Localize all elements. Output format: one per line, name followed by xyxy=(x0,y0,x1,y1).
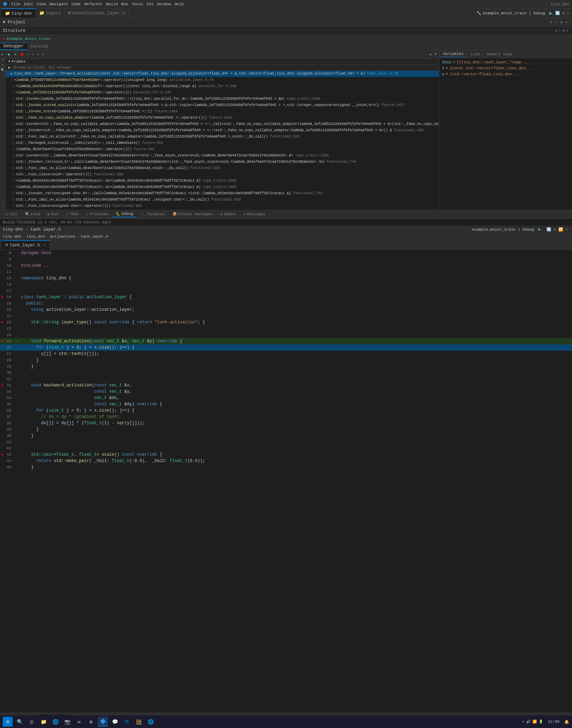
debug-tab-bottom[interactable]: 🐛 Debug xyxy=(112,211,137,217)
chat-btn[interactable]: 💬 xyxy=(110,717,120,727)
task-view-btn[interactable]: ◫ xyxy=(27,717,36,727)
python-tab[interactable]: 📦 Python Packages xyxy=(169,211,216,217)
todo-tab[interactable]: ☑ TODO xyxy=(62,211,82,217)
sw-config-label[interactable]: example_mnist_train | Debug xyxy=(472,227,534,232)
menu-refactor[interactable]: Refactor xyxy=(83,1,104,7)
menu-navigate[interactable]: Navigate xyxy=(48,1,69,7)
run-config[interactable]: 🔧 example_mnist_train | Debug xyxy=(474,11,548,15)
step-over-btn[interactable]: ↩ xyxy=(26,52,30,57)
sw-debug-play-btn[interactable]: ▶ xyxy=(537,227,542,232)
callstack-item[interactable]: □ <lambda_052e919cc0e5399df76dff3972c0ca… xyxy=(6,178,439,184)
frames-header[interactable]: ▼ Frames xyxy=(6,59,439,65)
sort-icon[interactable]: ↕ xyxy=(554,20,559,24)
struct-sort-icon[interactable]: ↕ xyxy=(558,29,562,33)
terminal-tab[interactable]: >_ Terminal xyxy=(137,211,168,217)
menu-tools[interactable]: Tools xyxy=(130,1,145,7)
tiny-dnn-tab[interactable]: 📁 tiny-dnn xyxy=(1,8,36,18)
callstack-item[interactable]: □ <lambda_2ef2dd511528399df6fefe7e04a0f0… xyxy=(6,90,439,96)
resume-btn[interactable]: ▶ xyxy=(7,52,12,57)
scroll-down-btn[interactable]: ▼ xyxy=(433,52,438,56)
callstack-item[interactable]: ● ▶ tiny_dnn::tanh_layer::forward_activa… xyxy=(6,71,439,77)
menu-window[interactable]: Window xyxy=(156,1,173,7)
callstack-item[interactable]: □ <lambda_8b4a78a4472caa733841376e26b8a4… xyxy=(6,146,439,153)
callstack-item[interactable]: □ <lambda_052e919cc0e5399df76dff3972c0ca… xyxy=(6,184,439,190)
git-tab[interactable]: ⎇ Git xyxy=(1,211,21,217)
menu-edit[interactable]: Edit xyxy=(22,1,34,7)
browser-btn[interactable]: 🌐 xyxy=(50,717,60,727)
callstack-item[interactable]: □ std::_Invoke_stored_explicit<lambda_2e… xyxy=(6,102,439,108)
callstack-item[interactable]: ● □ <lambda_5f59d5f99512c6088cb7fa876a44… xyxy=(6,77,439,83)
menu-code[interactable]: Code xyxy=(70,1,82,7)
messages-tab[interactable]: ✉ Messages xyxy=(240,211,269,217)
search-taskbar-btn[interactable]: 🔍 xyxy=(15,717,25,727)
callstack-item[interactable]: □ std::_Func_impl_no_alloc<lambda_052e91… xyxy=(6,197,439,203)
tanh-layer-file-tab[interactable]: H tanh_layer.h × xyxy=(1,240,50,250)
pause-btn[interactable]: ⏸ xyxy=(12,52,18,57)
project-dropdown[interactable]: ▼ Project xyxy=(3,20,26,25)
callstack-item[interactable]: □ std::invoke<std::_Fake_no_copy_callabl… xyxy=(6,121,439,127)
callstack-item[interactable]: □ std::_Invoke_stored<lambda_2ef2dd51152… xyxy=(6,108,439,115)
ide-btn[interactable]: 🔷 xyxy=(98,717,108,727)
callstack-item[interactable]: □ std::_Func_class<void>::operator()() f… xyxy=(6,172,439,178)
run-tab[interactable]: ▶ Run xyxy=(44,211,62,217)
file-explorer-btn[interactable]: 📁 xyxy=(39,717,48,727)
breadcrumb-tiny-dnn[interactable]: tiny-dnn xyxy=(3,234,21,239)
start-btn[interactable]: ⊞ xyxy=(3,717,13,727)
menu-run[interactable]: Run xyxy=(120,1,130,7)
store-btn[interactable]: 🛍 xyxy=(122,717,132,727)
struct-close-icon[interactable]: × xyxy=(565,29,569,33)
problems-tab[interactable]: ⚠ Problems xyxy=(83,211,112,217)
breadcrumb-tiny-dnn-ns[interactable]: tiny_dnn xyxy=(26,234,45,239)
variables-tab[interactable]: Variables xyxy=(439,51,467,57)
callstack-item[interactable]: □ std::invoke<lambda_2ef2dd511528399df6f… xyxy=(6,96,439,102)
debug-session-name[interactable]: example_mnist_train xyxy=(7,37,50,41)
settings-taskbar-btn[interactable]: ⚙ xyxy=(86,717,96,727)
menu-git[interactable]: Git xyxy=(145,1,155,7)
var-item-y[interactable]: y = {std::vector<float,tiny_dnn... xyxy=(441,71,571,77)
struct-settings-icon[interactable]: ⚙ xyxy=(562,28,566,33)
code-line-28: 28 } xyxy=(0,357,572,363)
notification-btn[interactable]: 🔔 xyxy=(564,720,569,724)
callstack-item[interactable]: □ std::_Invoker_ret<unsigned char,0>::_C… xyxy=(6,190,439,197)
console-tab[interactable]: Console xyxy=(27,43,52,50)
step-into-btn[interactable]: ↪ xyxy=(30,52,35,57)
debugger-tab[interactable]: Debugger xyxy=(0,43,27,50)
menu-file[interactable]: File xyxy=(10,1,22,7)
breadcrumb-activations[interactable]: activations xyxy=(50,234,76,239)
callstack-item[interactable]: □ std::_Fake_no_copy_callable_adapter<la… xyxy=(6,115,439,121)
close-file-btn[interactable]: × xyxy=(43,243,46,247)
cmake-tab[interactable]: ⚙ CMake xyxy=(217,211,239,217)
menu-view[interactable]: View xyxy=(35,1,47,7)
camera-btn[interactable]: 📷 xyxy=(62,717,72,727)
scroll-up-btn[interactable]: ▲ xyxy=(428,52,433,56)
step-out-btn[interactable]: ⬇ xyxy=(36,52,40,57)
calculator-btn[interactable]: 🧮 xyxy=(134,717,144,727)
stop-btn[interactable]: ⏹ xyxy=(19,52,25,57)
close-icon[interactable]: × xyxy=(564,20,569,24)
callstack-item[interactable]: □ std::invoke<std::_lambda_8b4a78a4472ca… xyxy=(6,153,439,159)
var-item-x[interactable]: x = {const std::vector<float,tiny_dnn... xyxy=(441,65,571,71)
menu-help[interactable]: Help xyxy=(173,1,185,7)
debug-play-btn[interactable]: ▶ xyxy=(548,10,553,16)
settings-icon[interactable]: ⚙ xyxy=(559,20,564,24)
callstack-item[interactable]: □ std::_Invoke<std::_Fake_no_copy_callab… xyxy=(6,127,439,134)
mail-btn[interactable]: ✉ xyxy=(74,717,84,727)
conv-layer-tab[interactable]: H convolutional_layer.h xyxy=(65,8,129,18)
lldb-tab[interactable]: LLD5 xyxy=(467,51,483,57)
run-to-cursor-btn[interactable]: ⬆ xyxy=(41,52,46,57)
breadcrumb-file[interactable]: tanh_layer.h xyxy=(81,234,108,239)
memory-view-tab[interactable]: Memory View xyxy=(483,51,516,57)
find-tab[interactable]: 🔍 Find xyxy=(22,211,43,217)
callstack-item[interactable]: □ std::_Invoker_ret<void,1>::_Call<lambd… xyxy=(6,159,439,165)
callstack-item[interactable]: □ std::_Func_impl_no_alloc<std::_Fake_no… xyxy=(6,134,439,140)
align-icon[interactable]: ≡ xyxy=(549,20,554,24)
layers-tab[interactable]: 📁 layers xyxy=(36,8,65,18)
callstack-item[interactable]: □ <lambda_8a2961a442b9f00c6dca852c1d6a82… xyxy=(6,83,439,90)
callstack-item[interactable]: □ std::_Func_class<unsigned char>::opera… xyxy=(6,203,439,209)
callstack-item[interactable]: □ std::_Packaged_state<void __cdecl(void… xyxy=(6,140,439,146)
var-item-this[interactable]: this = {(tiny_dnn::tanh_layer_*comp... xyxy=(441,59,571,65)
callstack-item[interactable]: □ std::_Func_impl_no_alloc<lambda_8b4a78… xyxy=(6,165,439,172)
menu-build[interactable]: Build xyxy=(105,1,119,7)
struct-align-icon[interactable]: ≡ xyxy=(554,29,558,33)
browser2-btn[interactable]: 🌐 xyxy=(146,717,155,727)
